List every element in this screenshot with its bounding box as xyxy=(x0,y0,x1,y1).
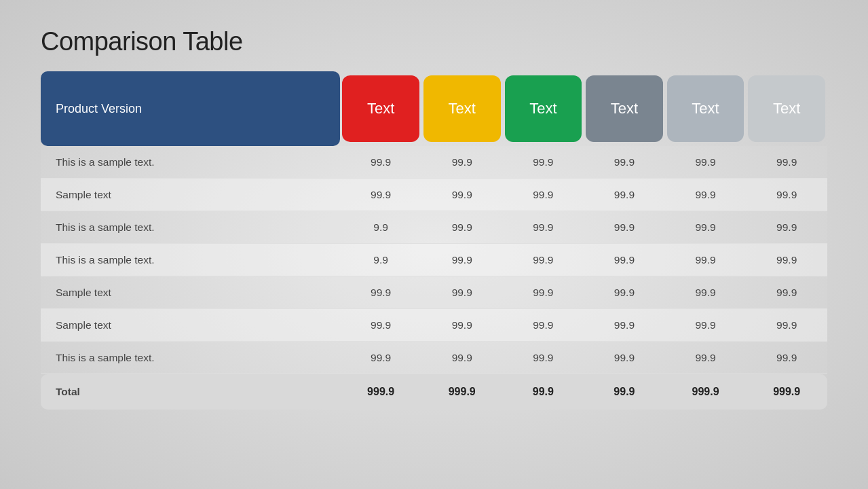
table-row: Sample text99.999.999.999.999.999.9 xyxy=(41,179,827,211)
row-1-label: Sample text xyxy=(41,179,340,211)
row-0-col-0: 99.9 xyxy=(340,146,421,179)
row-4-col-4: 99.9 xyxy=(665,276,747,309)
row-6-col-2: 99.9 xyxy=(503,342,584,374)
total-col-2: 99.9 xyxy=(503,374,584,410)
row-3-col-1: 99.9 xyxy=(421,244,503,276)
row-0-col-5: 99.9 xyxy=(746,146,827,179)
header-color-box-0: Text xyxy=(342,75,419,142)
row-1-col-2: 99.9 xyxy=(503,179,584,211)
row-0-col-2: 99.9 xyxy=(503,146,584,179)
row-6-col-4: 99.9 xyxy=(665,342,747,374)
row-3-col-2: 99.9 xyxy=(503,244,584,276)
row-5-col-2: 99.9 xyxy=(503,309,584,342)
row-1-col-5: 99.9 xyxy=(746,179,827,211)
row-5-label: Sample text xyxy=(41,309,340,342)
header-col-0: Text xyxy=(340,71,421,146)
row-0-label: This is a sample text. xyxy=(41,146,340,179)
table-wrapper: Product Version TextTextTextTextTextText… xyxy=(41,71,827,410)
comparison-table: Product Version TextTextTextTextTextText… xyxy=(41,71,827,410)
total-col-1: 999.9 xyxy=(421,374,503,410)
header-color-box-1: Text xyxy=(423,75,501,142)
row-4-col-3: 99.9 xyxy=(584,276,665,309)
row-6-col-5: 99.9 xyxy=(746,342,827,374)
row-1-col-3: 99.9 xyxy=(584,179,665,211)
row-4-label: Sample text xyxy=(41,276,340,309)
table-row: This is a sample text.99.999.999.999.999… xyxy=(41,146,827,179)
row-5-col-4: 99.9 xyxy=(665,309,747,342)
row-6-col-0: 99.9 xyxy=(340,342,421,374)
row-2-col-2: 99.9 xyxy=(503,211,584,244)
total-col-0: 999.9 xyxy=(340,374,421,410)
header-col-1: Text xyxy=(421,71,503,146)
row-4-col-0: 99.9 xyxy=(340,276,421,309)
row-2-col-4: 99.9 xyxy=(665,211,747,244)
total-col-5: 999.9 xyxy=(746,374,827,410)
row-3-col-5: 99.9 xyxy=(746,244,827,276)
header-col-4: Text xyxy=(665,71,747,146)
row-5-col-3: 99.9 xyxy=(584,309,665,342)
row-6-label: This is a sample text. xyxy=(41,342,340,374)
header-col-5: Text xyxy=(746,71,827,146)
header-col-3: Text xyxy=(584,71,665,146)
header-label-cell: Product Version xyxy=(41,71,340,146)
product-version-label: Product Version xyxy=(56,102,142,115)
row-2-col-0: 9.9 xyxy=(340,211,421,244)
row-5-col-5: 99.9 xyxy=(746,309,827,342)
row-2-col-3: 99.9 xyxy=(584,211,665,244)
row-1-col-1: 99.9 xyxy=(421,179,503,211)
header-color-box-2: Text xyxy=(505,75,582,142)
row-2-col-5: 99.9 xyxy=(746,211,827,244)
row-0-col-3: 99.9 xyxy=(584,146,665,179)
row-1-col-4: 99.9 xyxy=(665,179,747,211)
row-3-col-4: 99.9 xyxy=(665,244,747,276)
table-row: This is a sample text.99.999.999.999.999… xyxy=(41,342,827,374)
row-5-col-1: 99.9 xyxy=(421,309,503,342)
row-0-col-4: 99.9 xyxy=(665,146,747,179)
total-col-4: 999.9 xyxy=(665,374,747,410)
header-color-box-5: Text xyxy=(748,75,825,142)
table-row: This is a sample text.9.999.999.999.999.… xyxy=(41,211,827,244)
row-2-col-1: 99.9 xyxy=(421,211,503,244)
row-0-col-1: 99.9 xyxy=(421,146,503,179)
table-row: Sample text99.999.999.999.999.999.9 xyxy=(41,309,827,342)
row-4-col-5: 99.9 xyxy=(746,276,827,309)
header-color-box-3: Text xyxy=(586,75,663,142)
total-row: Total999.9999.999.999.9999.9999.9 xyxy=(41,374,827,410)
row-3-col-0: 9.9 xyxy=(340,244,421,276)
table-row: Sample text99.999.999.999.999.999.9 xyxy=(41,276,827,309)
header-color-box-4: Text xyxy=(667,75,744,142)
page-title: Comparison Table xyxy=(41,27,243,56)
row-3-col-3: 99.9 xyxy=(584,244,665,276)
row-6-col-1: 99.9 xyxy=(421,342,503,374)
total-col-3: 99.9 xyxy=(584,374,665,410)
row-1-col-0: 99.9 xyxy=(340,179,421,211)
row-2-label: This is a sample text. xyxy=(41,211,340,244)
row-4-col-2: 99.9 xyxy=(503,276,584,309)
total-label: Total xyxy=(41,374,340,410)
row-5-col-0: 99.9 xyxy=(340,309,421,342)
row-6-col-3: 99.9 xyxy=(584,342,665,374)
row-3-label: This is a sample text. xyxy=(41,244,340,276)
header-col-2: Text xyxy=(503,71,584,146)
row-4-col-1: 99.9 xyxy=(421,276,503,309)
table-row: This is a sample text.9.999.999.999.999.… xyxy=(41,244,827,276)
